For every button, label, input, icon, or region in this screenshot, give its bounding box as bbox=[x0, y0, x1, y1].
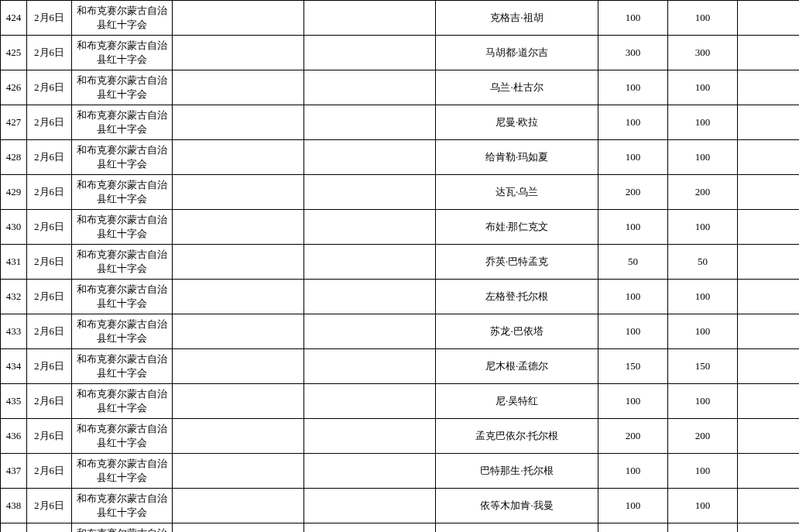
cell-blank2 bbox=[304, 1, 436, 36]
cell-amount1: 100 bbox=[598, 70, 668, 105]
cell-index: 436 bbox=[1, 419, 27, 454]
cell-blank1 bbox=[173, 245, 304, 280]
cell-blank2 bbox=[304, 210, 436, 245]
cell-donor: 苏龙·巴依塔 bbox=[436, 314, 598, 349]
cell-amount2: 100 bbox=[668, 314, 738, 349]
cell-amount2: 150 bbox=[668, 349, 738, 384]
cell-donor: 克格吉·祖胡 bbox=[436, 1, 598, 36]
cell-amount2: 100 bbox=[668, 384, 738, 419]
cell-blank2 bbox=[304, 314, 436, 349]
cell-org: 和布克赛尔蒙古自治县红十字会 bbox=[72, 245, 173, 280]
cell-blank3 bbox=[738, 105, 800, 140]
cell-donor: 乌兰·杜古尔 bbox=[436, 70, 598, 105]
table-row: 4322月6日和布克赛尔蒙古自治县红十字会左格登·托尔根100100 bbox=[1, 280, 800, 314]
cell-amount1: 100 bbox=[598, 384, 668, 419]
cell-blank3 bbox=[738, 489, 800, 523]
cell-amount2: 100 bbox=[668, 210, 738, 245]
cell-blank3 bbox=[738, 245, 800, 280]
cell-date: 2月6日 bbox=[27, 36, 72, 70]
table-row: 4392月6日和布克赛尔蒙古自治县红十字会尼格尔·门卡100100 bbox=[1, 523, 800, 533]
cell-blank3 bbox=[738, 70, 800, 105]
table-row: 4362月6日和布克赛尔蒙古自治县红十字会孟克巴依尔·托尔根200200 bbox=[1, 419, 800, 454]
cell-blank2 bbox=[304, 140, 436, 175]
cell-date: 2月6日 bbox=[27, 280, 72, 314]
cell-blank3 bbox=[738, 419, 800, 454]
cell-amount2: 100 bbox=[668, 280, 738, 314]
cell-donor: 布娃·那仁克文 bbox=[436, 210, 598, 245]
cell-blank2 bbox=[304, 384, 436, 419]
cell-blank1 bbox=[173, 105, 304, 140]
cell-index: 426 bbox=[1, 70, 27, 105]
cell-index: 433 bbox=[1, 314, 27, 349]
cell-blank2 bbox=[304, 245, 436, 280]
cell-amount1: 100 bbox=[598, 489, 668, 523]
cell-blank1 bbox=[173, 419, 304, 454]
cell-blank2 bbox=[304, 36, 436, 70]
cell-index: 434 bbox=[1, 349, 27, 384]
cell-date: 2月6日 bbox=[27, 140, 72, 175]
cell-amount2: 200 bbox=[668, 419, 738, 454]
cell-index: 428 bbox=[1, 140, 27, 175]
cell-blank1 bbox=[173, 349, 304, 384]
cell-index: 427 bbox=[1, 105, 27, 140]
cell-blank1 bbox=[173, 70, 304, 105]
cell-org: 和布克赛尔蒙古自治县红十字会 bbox=[72, 70, 173, 105]
cell-donor: 巴特那生·托尔根 bbox=[436, 454, 598, 489]
cell-blank3 bbox=[738, 280, 800, 314]
table-row: 4282月6日和布克赛尔蒙古自治县红十字会给肯勒·玛如夏100100 bbox=[1, 140, 800, 175]
cell-blank1 bbox=[173, 210, 304, 245]
cell-amount1: 300 bbox=[598, 36, 668, 70]
cell-org: 和布克赛尔蒙古自治县红十字会 bbox=[72, 280, 173, 314]
cell-blank3 bbox=[738, 140, 800, 175]
cell-amount2: 100 bbox=[668, 70, 738, 105]
cell-donor: 依等木加肯·我曼 bbox=[436, 489, 598, 523]
cell-blank2 bbox=[304, 523, 436, 533]
table-row: 4332月6日和布克赛尔蒙古自治县红十字会苏龙·巴依塔100100 bbox=[1, 314, 800, 349]
table-row: 4242月6日和布克赛尔蒙古自治县红十字会克格吉·祖胡100100 bbox=[1, 1, 800, 36]
cell-blank3 bbox=[738, 1, 800, 36]
cell-donor: 给肯勒·玛如夏 bbox=[436, 140, 598, 175]
cell-amount2: 100 bbox=[668, 454, 738, 489]
cell-donor: 孟克巴依尔·托尔根 bbox=[436, 419, 598, 454]
cell-donor: 左格登·托尔根 bbox=[436, 280, 598, 314]
cell-amount2: 200 bbox=[668, 175, 738, 210]
cell-amount1: 150 bbox=[598, 349, 668, 384]
table-row: 4352月6日和布克赛尔蒙古自治县红十字会尼·吴特红100100 bbox=[1, 384, 800, 419]
cell-org: 和布克赛尔蒙古自治县红十字会 bbox=[72, 105, 173, 140]
table-row: 4372月6日和布克赛尔蒙古自治县红十字会巴特那生·托尔根100100 bbox=[1, 454, 800, 489]
cell-org: 和布克赛尔蒙古自治县红十字会 bbox=[72, 140, 173, 175]
donation-table: 4242月6日和布克赛尔蒙古自治县红十字会克格吉·祖胡1001004252月6日… bbox=[0, 0, 799, 532]
cell-org: 和布克赛尔蒙古自治县红十字会 bbox=[72, 489, 173, 523]
table-row: 4302月6日和布克赛尔蒙古自治县红十字会布娃·那仁克文100100 bbox=[1, 210, 800, 245]
cell-org: 和布克赛尔蒙古自治县红十字会 bbox=[72, 175, 173, 210]
cell-blank1 bbox=[173, 36, 304, 70]
cell-amount2: 100 bbox=[668, 523, 738, 533]
cell-blank1 bbox=[173, 384, 304, 419]
cell-amount1: 200 bbox=[598, 419, 668, 454]
cell-blank1 bbox=[173, 140, 304, 175]
cell-blank3 bbox=[738, 36, 800, 70]
cell-date: 2月6日 bbox=[27, 105, 72, 140]
cell-org: 和布克赛尔蒙古自治县红十字会 bbox=[72, 349, 173, 384]
cell-date: 2月6日 bbox=[27, 419, 72, 454]
cell-blank1 bbox=[173, 489, 304, 523]
cell-blank3 bbox=[738, 314, 800, 349]
cell-amount1: 100 bbox=[598, 454, 668, 489]
cell-blank3 bbox=[738, 454, 800, 489]
cell-blank1 bbox=[173, 314, 304, 349]
cell-amount2: 100 bbox=[668, 489, 738, 523]
cell-org: 和布克赛尔蒙古自治县红十字会 bbox=[72, 1, 173, 36]
table-row: 4382月6日和布克赛尔蒙古自治县红十字会依等木加肯·我曼100100 bbox=[1, 489, 800, 523]
cell-amount1: 100 bbox=[598, 105, 668, 140]
cell-blank2 bbox=[304, 280, 436, 314]
cell-org: 和布克赛尔蒙古自治县红十字会 bbox=[72, 419, 173, 454]
cell-amount1: 100 bbox=[598, 140, 668, 175]
cell-index: 424 bbox=[1, 1, 27, 36]
cell-index: 435 bbox=[1, 384, 27, 419]
cell-amount1: 100 bbox=[598, 314, 668, 349]
cell-org: 和布克赛尔蒙古自治县红十字会 bbox=[72, 36, 173, 70]
cell-amount1: 100 bbox=[598, 280, 668, 314]
cell-blank2 bbox=[304, 349, 436, 384]
cell-date: 2月6日 bbox=[27, 175, 72, 210]
cell-amount2: 300 bbox=[668, 36, 738, 70]
